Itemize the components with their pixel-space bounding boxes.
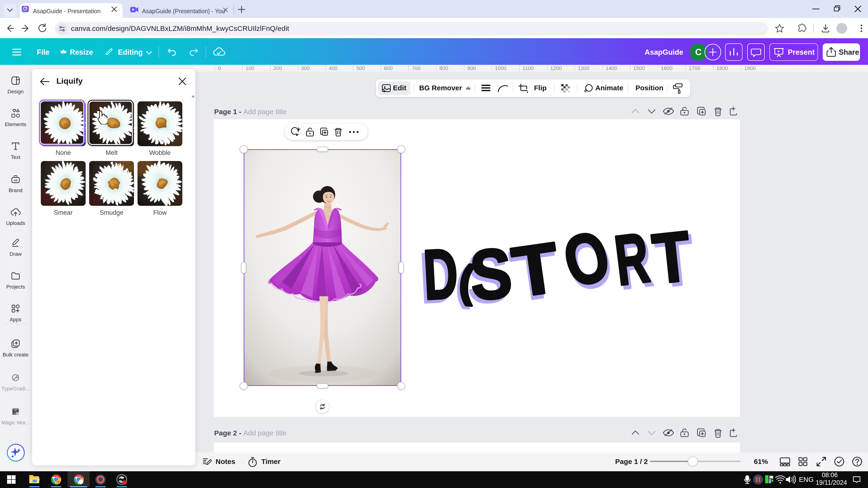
svg-text:co: co — [14, 178, 17, 182]
svg-text:D: D — [422, 234, 460, 314]
svg-text:S: S — [467, 233, 515, 315]
svg-text:T: T — [649, 222, 694, 298]
svg-text:C: C — [695, 47, 702, 57]
svg-text:O: O — [555, 222, 618, 302]
